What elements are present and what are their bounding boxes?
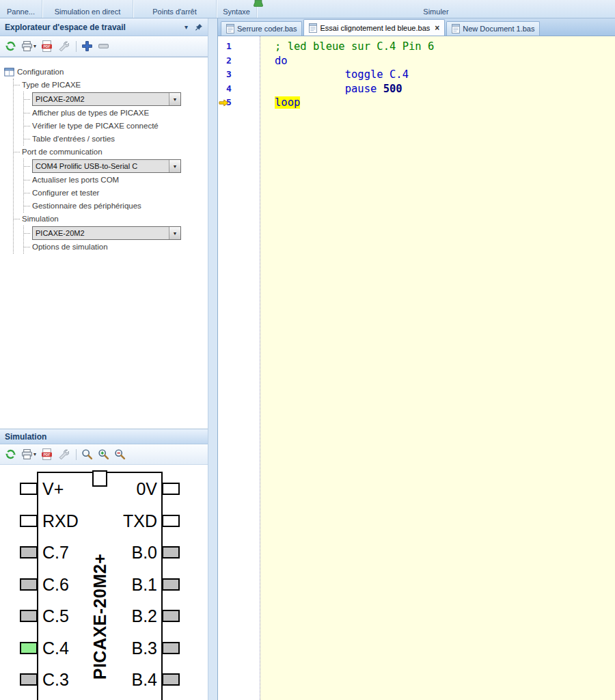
zoom-in-button[interactable] [96, 448, 111, 461]
ribbon-group-label: Simulation en direct [55, 8, 121, 16]
line-number-text: 1 [226, 41, 232, 51]
zoom-button[interactable] [80, 448, 94, 461]
wrench-icon [57, 40, 69, 52]
chevron-down-icon[interactable]: ▾ [184, 24, 188, 31]
pin-square-TXD[interactable] [162, 515, 180, 527]
tree-section-com-port[interactable]: Port de communication [14, 146, 205, 159]
pin-square-C.4[interactable] [20, 642, 38, 654]
pin-square-C.3[interactable] [20, 673, 38, 686]
com-port-dropdown[interactable]: COM4 Prolific USB-to-Serial C▼ [32, 159, 181, 173]
tree-root-configuration[interactable]: Configuration [4, 66, 205, 79]
picaxe-type-dropdown-row: PICAXE-20M2▼ [24, 92, 205, 107]
code-line: toggle C.4 [260, 68, 615, 82]
simulation-panel-title: Simulation [5, 432, 203, 442]
zoom-icon [81, 448, 93, 460]
dropdown-arrow-icon[interactable]: ▼ [169, 160, 180, 172]
tree-item-label: Vérifier le type de PICAXE connecté [32, 120, 159, 133]
refresh-button[interactable] [3, 448, 18, 461]
pdf-button[interactable]: PDF [40, 448, 54, 461]
simulate-icon[interactable] [254, 0, 263, 7]
pin-square-C.5[interactable] [20, 610, 38, 622]
workspace-tree: ConfigurationType de PICAXEPICAXE-20M2▼A… [0, 57, 208, 429]
line-number-text: 2 [226, 55, 232, 66]
pdf-button[interactable]: PDF [40, 40, 54, 53]
pin-square-B.1[interactable] [162, 578, 180, 591]
pin-square-B.0[interactable] [162, 546, 180, 558]
tree-item[interactable]: Actualiser les ports COM [24, 174, 205, 187]
execution-arrow-icon [219, 99, 229, 107]
editor-tab-1[interactable]: Serrure coder.bas [221, 21, 302, 36]
tree-item[interactable]: Vérifier le type de PICAXE connecté [24, 120, 205, 133]
dropdown-arrow-icon[interactable]: ▼ [169, 93, 180, 105]
pin-square-RXD[interactable] [20, 515, 38, 527]
pin-square-V+[interactable] [20, 483, 38, 495]
pin-icon[interactable] [195, 23, 203, 31]
pin-square-B.3[interactable] [162, 642, 180, 654]
pin-label-TXD: TXD [89, 511, 157, 530]
refresh-button[interactable] [3, 40, 18, 53]
add-button[interactable] [80, 40, 94, 53]
ribbon-strip: Panne...Simulation en directPoints d'arr… [0, 0, 615, 18]
collapse-button[interactable] [96, 40, 111, 53]
tree-item[interactable]: Gestionnaire des périphériques [24, 200, 205, 213]
picaxe-type-dropdown[interactable]: PICAXE-20M2▼ [32, 92, 181, 106]
workspace-panel-header: Explorateur d'espace de travail ▾ [0, 18, 208, 36]
pin-square-B.2[interactable] [162, 610, 180, 622]
print-dropdown-caret[interactable]: ▾ [33, 43, 36, 49]
tree-section-simulation[interactable]: Simulation [14, 213, 205, 226]
pin-square-C.7[interactable] [20, 546, 38, 558]
pin-square-B.4[interactable] [162, 673, 180, 686]
simulation-dropdown-row: PICAXE-20M2▼ [24, 226, 205, 241]
workspace-panel: Explorateur d'espace de travail ▾ ▾PDF C… [0, 18, 208, 700]
tree-item-label: Gestionnaire des périphériques [32, 200, 141, 213]
print-dropdown-caret[interactable]: ▾ [33, 451, 36, 457]
print-button[interactable]: ▾ [20, 40, 38, 53]
code-segment: pause [345, 83, 383, 95]
doc-icon [452, 24, 463, 33]
tree-section-label: Type de PICAXE [22, 79, 81, 92]
zoom-out-icon [114, 448, 126, 460]
pin-label-C.6: C.6 [42, 575, 69, 594]
wrench-button[interactable] [56, 448, 70, 461]
code-segment [275, 68, 345, 81]
tree-item[interactable]: Afficher plus de types de PICAXE [24, 107, 205, 120]
line-number: 4 [218, 82, 260, 96]
dropdown-arrow-icon[interactable]: ▼ [169, 227, 180, 239]
dropdown-selected-value: PICAXE-20M2 [33, 93, 169, 106]
pin-label-B.0: B.0 [89, 543, 157, 562]
ribbon-group-label: Simuler [423, 8, 448, 16]
editor-tab-bar: Serrure coder.basEssai clignotement led … [218, 18, 615, 36]
print-button[interactable]: ▾ [20, 448, 38, 461]
panel-splitter[interactable] [208, 18, 217, 700]
zoom-out-button[interactable] [113, 448, 127, 461]
tree-item[interactable]: Table d'entrées / sorties [24, 133, 205, 146]
pdf-icon: PDF [41, 40, 53, 52]
pdf-icon: PDF [41, 448, 53, 460]
editor-body: 12345 ; led bleue sur C.4 Pin 6do toggle… [218, 36, 615, 700]
dropdown-selected-value: COM4 Prolific USB-to-Serial C [33, 160, 169, 173]
pin-label-V+: V+ [42, 479, 64, 498]
tree-item[interactable]: Configurer et tester [24, 187, 205, 200]
tree-item-label: Configurer et tester [32, 187, 99, 200]
tree-item[interactable]: Options de simulation [24, 241, 205, 254]
simulation-dropdown[interactable]: PICAXE-20M2▼ [32, 226, 181, 240]
editor-area: Serrure coder.basEssai clignotement led … [217, 18, 615, 700]
line-number: 5 [218, 96, 260, 110]
pin-label-B.4: B.4 [89, 670, 157, 689]
editor-tab-3[interactable]: New Document 1.bas [446, 21, 540, 36]
pin-label-B.1: B.1 [89, 575, 157, 594]
picaxe-editor-app: Panne...Simulation en directPoints d'arr… [0, 0, 615, 700]
code-segment: loop [275, 96, 300, 109]
line-number-gutter: 12345 [218, 36, 260, 700]
pin-square-C.6[interactable] [20, 578, 38, 591]
code-segment: 500 [383, 83, 402, 95]
pin-square-0V[interactable] [162, 483, 180, 495]
tree-item-label: Afficher plus de types de PICAXE [32, 107, 149, 120]
wrench-button[interactable] [56, 40, 70, 53]
editor-tab-2[interactable]: Essai clignotement led bleue.bas× [303, 19, 445, 36]
code-area[interactable]: ; led bleue sur C.4 Pin 6do toggle C.4 p… [260, 36, 615, 700]
pin-label-B.3: B.3 [89, 638, 157, 658]
toolbar-separator [76, 41, 77, 52]
tree-section-picaxe-type[interactable]: Type de PICAXE [14, 79, 205, 92]
close-tab-button[interactable]: × [435, 24, 439, 32]
